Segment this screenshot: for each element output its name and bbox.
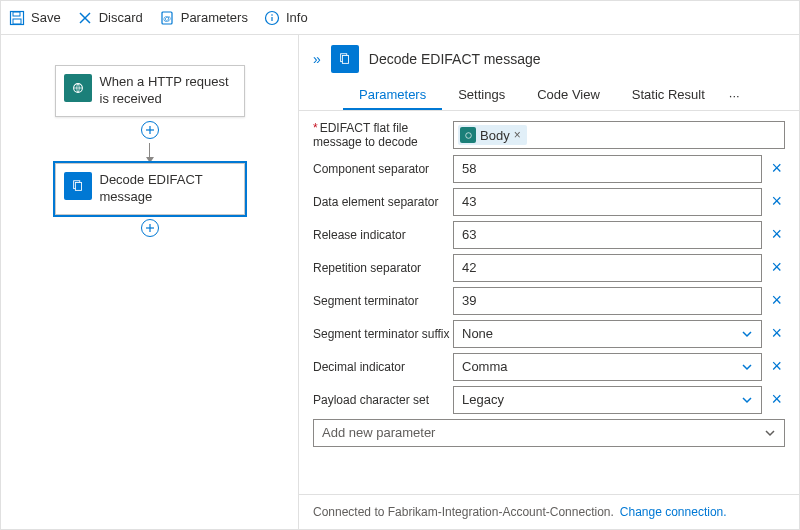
clear-dataelem-icon[interactable]: × — [768, 191, 785, 212]
release-label: Release indicator — [313, 228, 453, 242]
parameters-icon: @ — [159, 10, 175, 26]
designer-canvas[interactable]: When a HTTP request is received Decode E… — [1, 35, 299, 529]
segterm-input[interactable]: 39 — [453, 287, 762, 315]
decimal-select[interactable]: Comma — [453, 353, 762, 381]
http-trigger-icon — [64, 74, 92, 102]
connection-status: Connected to Fabrikam-Integration-Accoun… — [313, 505, 614, 519]
clear-decimal-icon[interactable]: × — [768, 356, 785, 377]
body-token-label: Body — [480, 128, 510, 143]
tab-more[interactable]: ··· — [721, 82, 748, 109]
info-icon — [264, 10, 280, 26]
parameters-button[interactable]: @ Parameters — [159, 10, 248, 26]
tab-static-result[interactable]: Static Result — [616, 81, 721, 110]
clear-component-icon[interactable]: × — [768, 158, 785, 179]
svg-text:@: @ — [163, 14, 171, 23]
save-button[interactable]: Save — [9, 10, 61, 26]
svg-rect-18 — [342, 56, 348, 64]
collapse-panel-icon[interactable]: » — [313, 51, 321, 67]
add-step-button-end[interactable] — [141, 219, 159, 237]
tab-parameters[interactable]: Parameters — [343, 81, 442, 110]
charset-select[interactable]: Legacy — [453, 386, 762, 414]
clear-segsuffix-icon[interactable]: × — [768, 323, 785, 344]
release-input[interactable]: 63 — [453, 221, 762, 249]
info-button[interactable]: Info — [264, 10, 308, 26]
clear-segterm-icon[interactable]: × — [768, 290, 785, 311]
svg-rect-2 — [13, 19, 21, 24]
repetition-input[interactable]: 42 — [453, 254, 762, 282]
body-token[interactable]: Body × — [458, 125, 527, 145]
decimal-label: Decimal indicator — [313, 360, 453, 374]
dataelem-input[interactable]: 43 — [453, 188, 762, 216]
discard-button[interactable]: Discard — [77, 10, 143, 26]
chevron-down-icon — [741, 394, 753, 406]
change-connection-link[interactable]: Change connection. — [620, 505, 727, 519]
connector — [141, 117, 159, 163]
trigger-node-label: When a HTTP request is received — [100, 74, 236, 108]
svg-rect-14 — [75, 182, 81, 190]
segterm-label: Segment terminator — [313, 294, 453, 308]
clear-charset-icon[interactable]: × — [768, 389, 785, 410]
svg-point-19 — [465, 133, 471, 139]
clear-repetition-icon[interactable]: × — [768, 257, 785, 278]
segsuffix-select[interactable]: None — [453, 320, 762, 348]
clear-release-icon[interactable]: × — [768, 224, 785, 245]
save-label: Save — [31, 10, 61, 25]
discard-icon — [77, 10, 93, 26]
tab-code-view[interactable]: Code View — [521, 81, 616, 110]
component-input[interactable]: 58 — [453, 155, 762, 183]
repetition-label: Repetition separator — [313, 261, 453, 275]
svg-rect-0 — [11, 11, 24, 24]
flatfile-label: *EDIFACT flat file message to decode — [313, 121, 453, 150]
parameters-label: Parameters — [181, 10, 248, 25]
segsuffix-label: Segment terminator suffix — [313, 327, 453, 341]
chevron-down-icon — [741, 328, 753, 340]
svg-rect-1 — [13, 12, 20, 16]
action-node-label: Decode EDIFACT message — [100, 172, 236, 206]
chevron-down-icon — [764, 427, 776, 439]
panel-title: Decode EDIFACT message — [369, 51, 541, 67]
charset-label: Payload character set — [313, 393, 453, 407]
add-step-button[interactable] — [141, 121, 159, 139]
discard-label: Discard — [99, 10, 143, 25]
tab-settings[interactable]: Settings — [442, 81, 521, 110]
remove-token-icon[interactable]: × — [514, 128, 521, 142]
connector-end — [141, 215, 159, 241]
save-icon — [9, 10, 25, 26]
action-node-decode-edifact[interactable]: Decode EDIFACT message — [55, 163, 245, 215]
http-body-icon — [460, 127, 476, 143]
dataelem-label: Data element separator — [313, 195, 453, 209]
chevron-down-icon — [741, 361, 753, 373]
info-label: Info — [286, 10, 308, 25]
trigger-node[interactable]: When a HTTP request is received — [55, 65, 245, 117]
edifact-icon — [64, 172, 92, 200]
panel-title-icon — [331, 45, 359, 73]
component-label: Component separator — [313, 162, 453, 176]
add-parameter-select[interactable]: Add new parameter — [313, 419, 785, 447]
svg-point-8 — [271, 14, 273, 16]
flatfile-input[interactable]: Body × — [453, 121, 785, 149]
